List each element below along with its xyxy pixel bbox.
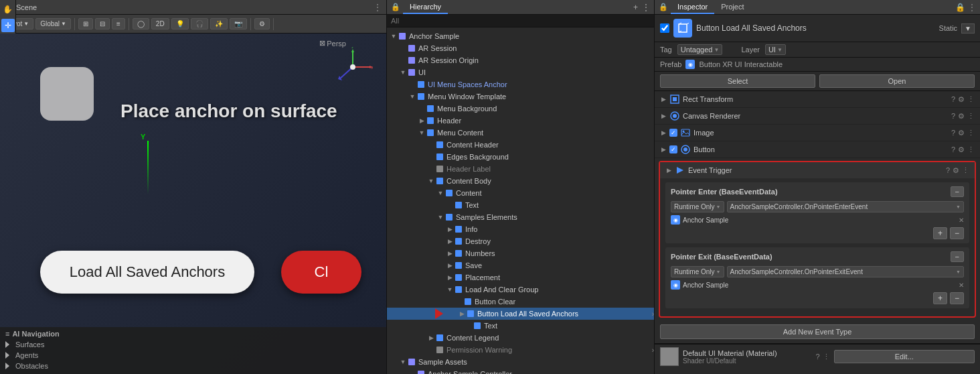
material-question[interactable]: ?: [815, 353, 819, 361]
hier-toggle[interactable]: ▼: [408, 92, 416, 101]
obj-active-checkbox[interactable]: [660, 23, 669, 33]
hier-toggle[interactable]: ▼: [446, 286, 454, 294]
hier-toggle[interactable]: ▼: [399, 68, 407, 76]
layer-dropdown[interactable]: UI: [765, 44, 786, 55]
comp-settings[interactable]: ⚙: [958, 145, 965, 154]
button-enabled-checkbox[interactable]: ✓: [669, 145, 677, 153]
hier-toggle[interactable]: ▶: [418, 117, 426, 125]
list-item[interactable]: Text: [387, 199, 654, 211]
light-btn[interactable]: 💡: [171, 18, 189, 29]
list-item[interactable]: ▼ Content Body: [387, 175, 654, 187]
pointer-exit-minus-btn[interactable]: −: [951, 251, 964, 262]
global-btn[interactable]: Global ▼: [35, 18, 71, 29]
comp-toggle[interactable]: ▶: [660, 146, 667, 153]
layout-btn[interactable]: ⊟: [95, 18, 110, 29]
list-item[interactable]: Anchor Sample Controller: [387, 368, 654, 374]
list-item[interactable]: ▼ Menu Window Template: [387, 90, 654, 103]
dim-btn[interactable]: 2D: [151, 18, 169, 29]
fx-btn[interactable]: ✨: [210, 18, 228, 29]
comp-toggle[interactable]: ▶: [660, 113, 667, 119]
component-rect-transform[interactable]: ▶ Rect Transform ? ⚙ ⋮: [655, 91, 980, 108]
list-item[interactable]: ▶ Header: [387, 115, 654, 127]
list-item[interactable]: UI Menu Spaces Anchor: [387, 78, 654, 90]
nav-obstacles[interactable]: Obstacles: [5, 361, 381, 371]
load-btn-3d[interactable]: Load All Saved Anchors: [40, 251, 254, 294]
static-dropdown[interactable]: ▼: [961, 23, 975, 34]
list-item[interactable]: ▼ Sample Assets: [387, 356, 654, 368]
et-settings[interactable]: ⚙: [953, 166, 959, 175]
clear-btn-3d[interactable]: Cl: [281, 251, 361, 294]
pointer-enter-method-dropdown[interactable]: AnchorSampleController.OnPointerEnterEve…: [727, 201, 964, 212]
list-item[interactable]: ▶ Placement: [387, 271, 654, 284]
nav-agents[interactable]: Agents: [5, 350, 381, 361]
pointer-exit-plus-btn[interactable]: +: [933, 292, 947, 304]
image-enabled-checkbox[interactable]: ✓: [669, 129, 677, 137]
comp-more[interactable]: ⋮: [967, 112, 975, 121]
tag-dropdown[interactable]: Untagged: [677, 44, 723, 55]
scene-viewport[interactable]: Y Place anchor on surface Load All Saved…: [0, 34, 386, 374]
event-trigger-toggle[interactable]: ▶: [665, 167, 672, 174]
list-item[interactable]: Menu Background: [387, 103, 654, 115]
pointer-exit-runtime-dropdown[interactable]: Runtime Only: [671, 266, 724, 277]
comp-more[interactable]: ⋮: [967, 95, 975, 104]
hier-toggle[interactable]: ▼: [418, 129, 426, 137]
material-edit-btn[interactable]: Edit...: [834, 350, 975, 363]
lines-btn[interactable]: ≡: [112, 18, 125, 29]
hier-more-icon[interactable]: ⋮: [642, 3, 650, 12]
comp-toggle[interactable]: ▶: [660, 96, 667, 103]
et-question[interactable]: ?: [946, 166, 950, 175]
component-button[interactable]: ▶ ✓ Button ? ⚙ ⋮: [655, 141, 980, 158]
tab-inspector[interactable]: Inspector: [671, 1, 714, 14]
scene-more-icon[interactable]: ⋮: [373, 2, 382, 13]
settings-btn[interactable]: ⚙: [254, 18, 270, 29]
et-more[interactable]: ⋮: [962, 166, 969, 175]
list-item[interactable]: ▼ Samples Elements: [387, 211, 654, 223]
hier-toggle[interactable]: ▼: [427, 177, 435, 185]
camera-btn[interactable]: 📷: [230, 18, 247, 29]
list-item[interactable]: ▼ UI: [387, 66, 654, 78]
list-item[interactable]: ▶ Save: [387, 259, 654, 271]
anchor-sample-x[interactable]: ✕: [959, 216, 964, 224]
tab-project[interactable]: Project: [714, 1, 750, 14]
comp-question[interactable]: ?: [951, 129, 955, 137]
comp-question[interactable]: ?: [951, 145, 955, 154]
hier-toggle[interactable]: ▶: [427, 334, 435, 342]
inspector-more-btn[interactable]: ⋮: [968, 3, 976, 12]
hierarchy-content[interactable]: ▼ Anchor Sample AR Session AR Session Or…: [387, 27, 654, 374]
comp-more[interactable]: ⋮: [967, 145, 975, 154]
component-canvas-renderer[interactable]: ▶ Canvas Renderer ? ⚙ ⋮: [655, 108, 980, 125]
add-event-type-btn[interactable]: Add New Event Type: [660, 324, 975, 339]
hier-toggle[interactable]: ▼: [436, 189, 444, 197]
event-trigger-header[interactable]: ▶ Event Trigger ? ⚙ ⋮: [660, 162, 975, 178]
comp-settings[interactable]: ⚙: [958, 95, 965, 104]
select-btn[interactable]: Select: [660, 74, 815, 88]
list-item[interactable]: ▼ Anchor Sample: [387, 30, 654, 42]
pointer-exit-minus-btn2[interactable]: −: [950, 292, 964, 304]
open-btn[interactable]: Open: [819, 74, 975, 88]
pointer-enter-minus-btn[interactable]: −: [951, 186, 964, 197]
list-item[interactable]: ▶ Info: [387, 223, 654, 235]
comp-question[interactable]: ?: [951, 95, 955, 104]
hier-toggle[interactable]: ▶: [446, 261, 454, 269]
selected-hierarchy-item[interactable]: ▶ Button Load All Saved Anchors ›: [387, 308, 654, 320]
hier-toggle[interactable]: ▶: [446, 237, 454, 245]
list-item[interactable]: ▼ Menu Content: [387, 127, 654, 139]
list-item[interactable]: ▶ Numbers: [387, 247, 654, 259]
hier-toggle[interactable]: ▶: [458, 310, 466, 318]
pointer-enter-plus-btn[interactable]: +: [933, 227, 947, 239]
list-item[interactable]: Button Clear: [387, 296, 654, 308]
list-item[interactable]: Header Label: [387, 163, 654, 175]
list-item[interactable]: Edges Background: [387, 151, 654, 163]
comp-more[interactable]: ⋮: [967, 129, 975, 137]
material-more[interactable]: ⋮: [823, 353, 830, 361]
hier-toggle[interactable]: ▶: [446, 249, 454, 257]
hier-toggle[interactable]: ▼: [390, 32, 398, 40]
list-item[interactable]: Content Header: [387, 139, 654, 151]
pointer-enter-runtime-dropdown[interactable]: Runtime Only: [671, 201, 724, 212]
hier-search-input[interactable]: [387, 15, 654, 27]
anchor-sample-x-exit[interactable]: ✕: [959, 282, 964, 289]
comp-settings[interactable]: ⚙: [958, 112, 965, 121]
grid-btn[interactable]: ⊞: [78, 18, 93, 29]
component-image[interactable]: ▶ ✓ Image ? ⚙ ⋮: [655, 125, 980, 141]
hier-toggle[interactable]: ▶: [446, 225, 454, 233]
